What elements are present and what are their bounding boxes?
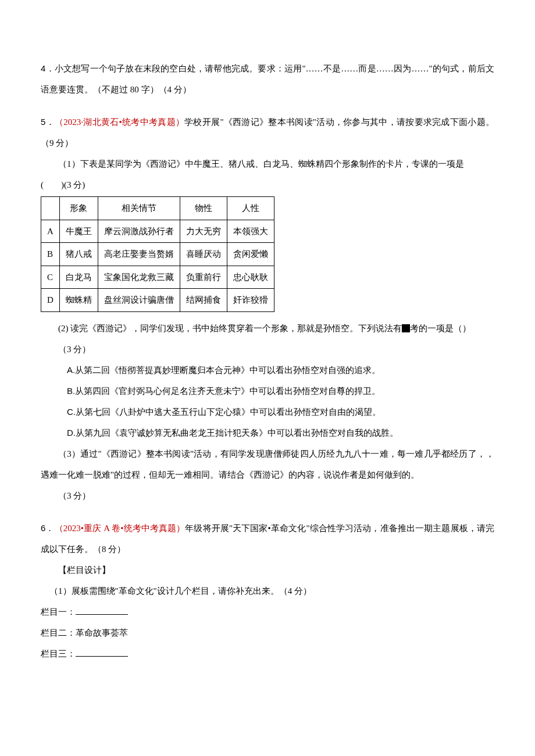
cell: 喜睡厌动 <box>180 243 227 266</box>
q4-text: 小文想写一个句子放在末段的空白处，请帮他完成。要求：运用"……不是……而是……因… <box>41 64 494 94</box>
q4-number: 4． <box>41 63 55 73</box>
q5-option-d: D.从第九回《袁守诚妙算无私曲老龙王拙计犯天条》中可以看出孙悟空对自我的战胜。 <box>41 422 494 443</box>
cell: 贪闲爱懒 <box>227 243 274 266</box>
cell: 牛魔王 <box>59 220 98 243</box>
question-5: 5．（2023·湖北黄石•统考中考真题）学校开展"《西游记》整本书阅读"活动，你… <box>41 112 494 153</box>
fill-blank[interactable] <box>76 605 128 615</box>
q5-part2-points: （3 分） <box>41 339 494 360</box>
th-plot: 相关情节 <box>98 197 180 220</box>
th-blank <box>41 197 60 220</box>
th-humanity: 人性 <box>227 197 274 220</box>
q6-number: 6． <box>41 523 55 533</box>
q5-part3-points: （3 分） <box>41 485 494 506</box>
table-header-row: 形象 相关情节 物性 人性 <box>41 197 274 220</box>
cell: 力大无穷 <box>180 220 227 243</box>
q5-part3: （3）通过"《西游记》整本书阅读"活动，有同学发现唐僧师徒四人历经九九八十一难，… <box>41 443 494 485</box>
q5-number: 5． <box>41 117 55 127</box>
cell: 忠心耿耿 <box>227 266 274 289</box>
q6-col2-value: 革命故事荟萃 <box>76 628 128 637</box>
q5-part2-tail: 考的一项是（） <box>410 324 471 333</box>
q6-col2: 栏目二：革命故事荟萃 <box>41 622 494 643</box>
cell: 盘丝洞设计骗唐僧 <box>98 289 180 312</box>
q6-col3: 栏目三： <box>41 643 494 664</box>
cell: 蜘蛛精 <box>59 289 98 312</box>
cell: 奸诈狡猾 <box>227 289 274 312</box>
question-6: 6．（2023•重庆 A 卷•统考中考真题）年级将开展"天下国家•革命文化"综合… <box>41 518 494 560</box>
th-nature: 物性 <box>180 197 227 220</box>
q6-col2-label: 栏目二： <box>41 628 76 637</box>
q5-table: 形象 相关情节 物性 人性 A 牛魔王 摩云洞激战孙行者 力大无穷 本领强大 B… <box>41 196 274 312</box>
cell: B <box>41 243 60 266</box>
q6-col1: 栏目一： <box>41 601 494 622</box>
q5-part2-lead: (2) 读完《西游记》，同学们发现，书中始终贯穿着一个形象，那就是孙悟空。下列说… <box>58 324 402 333</box>
q6-col3-label: 栏目三： <box>41 649 76 658</box>
q6-part1: （1）展板需围绕"革命文化"设计几个栏目，请你补充出来。（4 分） <box>41 581 494 601</box>
q5-option-b: B.从第四回《官封弼马心何足名注齐天意未宁》中可以看出孙悟空对自尊的捍卫。 <box>41 381 494 402</box>
q5-option-a: A.从第二回《悟彻菩提真妙理断魔归本合元神》中可以看出孙悟空对自强的追求。 <box>41 360 494 381</box>
cell: 结网捕食 <box>180 289 227 312</box>
cell: 摩云洞激战孙行者 <box>98 220 180 243</box>
q5-part1-intro: （1）下表是某同学为《西游记》中牛魔王、猪八戒、白龙马、蜘蛛精四个形象制作的卡片… <box>41 153 494 174</box>
q5-source: （2023·湖北黄石•统考中考真题） <box>55 117 184 127</box>
q6-col1-label: 栏目一： <box>41 607 76 617</box>
cell: 宝象国化龙救三藏 <box>98 266 180 289</box>
cell: 负重前行 <box>180 266 227 289</box>
cell: 本领强大 <box>227 220 274 243</box>
cell: A <box>41 220 60 243</box>
q6-source: （2023•重庆 A 卷•统考中考真题） <box>55 524 186 533</box>
th-image: 形象 <box>59 197 98 220</box>
cell: 猪八戒 <box>59 243 98 266</box>
fill-blank[interactable] <box>76 647 128 657</box>
q5-option-c: C.从第七回《八卦炉中逃大圣五行山下定心猿》中可以看出孙悟空对自由的渴望。 <box>41 402 494 422</box>
q5-part2: (2) 读完《西游记》，同学们发现，书中始终贯穿着一个形象，那就是孙悟空。下列说… <box>41 318 494 339</box>
question-4: 4．小文想写一个句子放在末段的空白处，请帮他完成。要求：运用"……不是……而是…… <box>41 58 494 100</box>
cell: C <box>41 266 60 289</box>
table-row: B 猪八戒 高老庄娶妻当赘婿 喜睡厌动 贪闲爱懒 <box>41 243 274 266</box>
redacted-box-icon <box>402 324 410 332</box>
table-row: D 蜘蛛精 盘丝洞设计骗唐僧 结网捕食 奸诈狡猾 <box>41 289 274 312</box>
cell: 白龙马 <box>59 266 98 289</box>
table-row: C 白龙马 宝象国化龙救三藏 负重前行 忠心耿耿 <box>41 266 274 289</box>
cell: D <box>41 289 60 312</box>
table-row: A 牛魔王 摩云洞激战孙行者 力大无穷 本领强大 <box>41 220 274 243</box>
q6-section-label: 【栏目设计】 <box>41 560 494 581</box>
cell: 高老庄娶妻当赘婿 <box>98 243 180 266</box>
q5-part1-tail: ( )(3 分) <box>41 174 494 195</box>
